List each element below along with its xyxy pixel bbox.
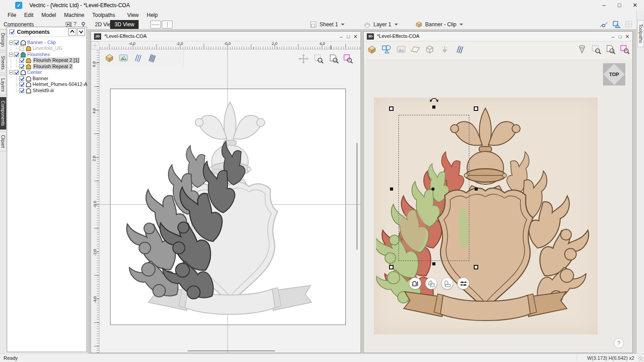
3d-maximize-button[interactable]: □: [617, 33, 623, 40]
selection-handle-right[interactable]: [475, 187, 478, 191]
transform-mode-icon[interactable]: [611, 20, 621, 30]
toolpath-drawing-icon[interactable]: [454, 44, 465, 55]
layer-dropdown[interactable]: Layer 1: [363, 20, 398, 28]
menu-toolpaths[interactable]: Toolpaths: [88, 11, 119, 19]
menu-edit[interactable]: Edit: [20, 11, 37, 19]
selection-handle-bottom-right[interactable]: [474, 265, 478, 269]
tree-checkbox[interactable]: [19, 76, 24, 81]
tree-checkbox[interactable]: [19, 46, 24, 51]
tree-checkbox[interactable]: [14, 40, 19, 45]
drill-preview-icon[interactable]: [439, 44, 450, 55]
selection-handle-left[interactable]: [390, 187, 393, 191]
left-tab-strip: Design Sheets Layers Components Clipart: [0, 29, 6, 354]
zoom-extents-icon[interactable]: [605, 44, 616, 55]
help-button[interactable]: ?: [614, 338, 624, 348]
tree-checkbox[interactable]: [19, 64, 24, 69]
panel-help-icon[interactable]: ?: [74, 21, 77, 27]
tab-components[interactable]: Components: [0, 97, 6, 130]
app-minimize-button[interactable]: –: [596, 0, 611, 11]
tab-layers[interactable]: Layers: [0, 75, 6, 95]
app-title: Vectric - {Vectric Ltd} - *Level-Effects…: [29, 2, 130, 8]
2d-window-titlebar[interactable]: 2D *Level-Effects-COA – □ ✕: [91, 32, 361, 41]
tree-checkbox[interactable]: [19, 88, 24, 93]
tree-expander-icon[interactable]: [9, 53, 13, 57]
material-plane-icon[interactable]: [410, 44, 421, 55]
2d-close-button[interactable]: ✕: [352, 33, 359, 40]
split-horizontal-icon[interactable]: [150, 20, 161, 28]
3d-window-titlebar[interactable]: 3D *Level-Effects-COA – □ ✕: [364, 32, 632, 41]
zoom-selection-icon[interactable]: [343, 53, 353, 64]
selection-handle-top-right[interactable]: [474, 106, 478, 111]
material-block-icon[interactable]: [366, 44, 377, 55]
component-icon: [25, 58, 32, 63]
2d-vertical-scrollbar[interactable]: [357, 143, 357, 250]
right-tab-strip: Toolpaths: [636, 11, 644, 354]
selection-handle-bottom-left[interactable]: [389, 265, 394, 269]
tree-guide: [16, 67, 19, 67]
tab-toolpaths[interactable]: Toolpaths: [637, 20, 644, 47]
3d-view-window: 3D *Level-Effects-COA – □ ✕: [363, 31, 633, 353]
tree-expander-icon[interactable]: [9, 41, 13, 45]
zoom-box-icon[interactable]: [591, 44, 602, 55]
3d-canvas[interactable]: TOP: [364, 59, 632, 353]
zoom-selection-icon[interactable]: [619, 44, 630, 55]
move-down-button[interactable]: [77, 28, 85, 36]
3d-close-button[interactable]: ✕: [624, 33, 631, 40]
component-level-dropdown[interactable]: Banner - Clip: [414, 20, 463, 28]
tree-checkbox[interactable]: [19, 58, 24, 63]
selection-handle-bottom[interactable]: [432, 262, 435, 265]
tab-3d-view[interactable]: 3D View: [110, 20, 139, 29]
rotate-handle-icon[interactable]: [429, 97, 439, 105]
tree-guide: [16, 49, 19, 49]
component-move-mode-button[interactable]: [409, 277, 421, 289]
app-close-button[interactable]: ✕: [628, 0, 643, 11]
2d-minimize-button[interactable]: –: [338, 33, 345, 40]
selection-pivot-point[interactable]: [431, 187, 435, 191]
component-scale-mode-button[interactable]: [441, 277, 453, 289]
draw-vectors-icon[interactable]: [381, 44, 392, 55]
toolpath-drawing-icon[interactable]: [132, 53, 143, 63]
2d-maximize-button[interactable]: □: [345, 33, 352, 40]
tree-checkbox[interactable]: [14, 52, 19, 57]
menu-machine[interactable]: Machine: [60, 11, 88, 19]
tab-sheets[interactable]: Sheets: [0, 52, 6, 73]
move-up-button[interactable]: [68, 28, 76, 36]
material-block-icon[interactable]: [104, 53, 115, 63]
toolpath-solid-drawing-icon[interactable]: [147, 53, 157, 63]
selection-handle-top[interactable]: [432, 106, 435, 109]
layers-icon: [363, 21, 371, 28]
tree-checkbox[interactable]: [14, 70, 19, 75]
sheet-dropdown[interactable]: Sheet 1: [310, 20, 345, 28]
components-master-checkbox[interactable]: [9, 29, 14, 34]
zoom-box-icon[interactable]: [313, 53, 324, 64]
app-maximize-button[interactable]: □: [612, 0, 627, 11]
split-vertical-icon[interactable]: [162, 20, 172, 28]
pan-icon[interactable]: [298, 53, 309, 64]
tree-expander-icon[interactable]: [9, 70, 13, 74]
menu-file[interactable]: File: [4, 11, 20, 19]
view-orientation-icon[interactable]: [577, 44, 587, 55]
3d-minimize-button[interactable]: –: [610, 33, 616, 40]
grid-snap-icon[interactable]: [624, 20, 634, 30]
zoom-extents-icon[interactable]: [328, 53, 339, 64]
2d-horizontal-scrollbar[interactable]: [188, 350, 275, 351]
wireframe-box-icon[interactable]: [424, 44, 435, 55]
bitmap-preview-icon[interactable]: [118, 53, 129, 63]
tree-checkbox[interactable]: [19, 82, 24, 87]
2d-canvas[interactable]: [99, 49, 361, 353]
bitmap-preview-icon[interactable]: [396, 44, 406, 55]
menu-model[interactable]: Model: [37, 11, 60, 19]
tab-clipart[interactable]: Clipart: [0, 131, 6, 151]
menu-view[interactable]: View: [123, 11, 143, 19]
tab-design[interactable]: Design: [0, 29, 6, 50]
resize-grip[interactable]: [638, 356, 643, 361]
component-properties-button[interactable]: [457, 277, 469, 289]
menu-help[interactable]: Help: [143, 11, 162, 19]
node-edit-icon[interactable]: [599, 20, 609, 30]
component-group-icon: [20, 70, 26, 75]
component-box-icon: [414, 20, 423, 28]
2d-view-window: 2D *Level-Effects-COA – □ ✕ -4.0 -2.0 -0…: [90, 31, 361, 353]
component-rotate-mode-button[interactable]: [425, 277, 437, 289]
3d-window-title: *Level-Effects-COA: [377, 33, 419, 39]
selection-handle-top-left[interactable]: [389, 106, 394, 111]
